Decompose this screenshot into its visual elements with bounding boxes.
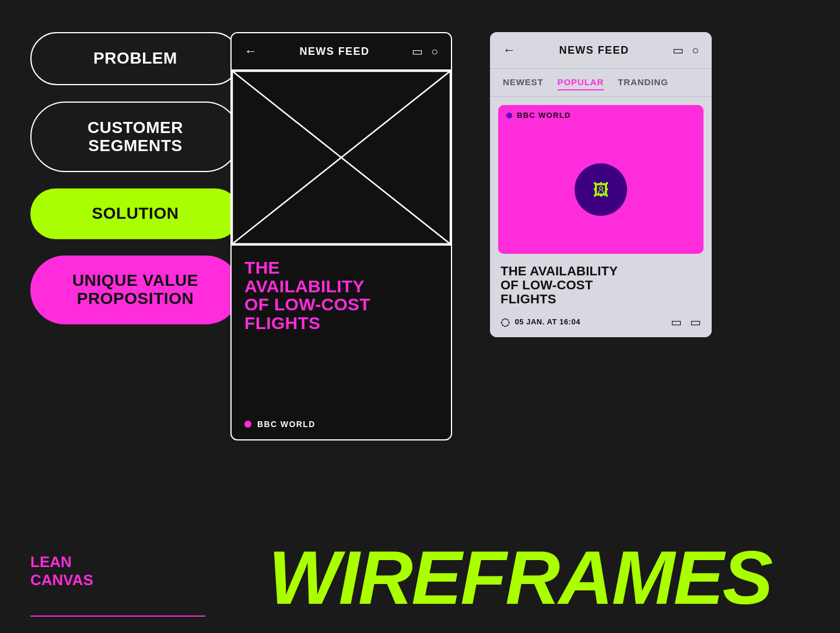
right-phone-title: NEWS FEED bbox=[559, 44, 629, 57]
right-header-icons-group: ▭ ○ bbox=[673, 43, 699, 57]
article-meta: ◌ 05 JAN. AT 16:04 ▭ ▭ bbox=[501, 315, 701, 329]
customer-segments-pill[interactable]: CUSTOMERSEGMENTS bbox=[30, 102, 240, 173]
tab-newest[interactable]: NEWEST bbox=[503, 77, 544, 90]
phone-source-name: BBC WORLD bbox=[257, 419, 316, 429]
phone-image-placeholder bbox=[232, 71, 451, 246]
solution-pill[interactable]: SOLUTION bbox=[30, 188, 240, 239]
unique-value-label: UNIQUE VALUEPROPOSITION bbox=[72, 272, 198, 308]
image-placeholder-circle: 🖼 bbox=[575, 163, 627, 216]
problem-label: PROBLEM bbox=[93, 50, 177, 68]
right-back-arrow-icon[interactable]: ← bbox=[503, 43, 516, 58]
wireframes-label: WIREFRAMES bbox=[230, 540, 810, 615]
unique-value-pill[interactable]: UNIQUE VALUEPROPOSITION bbox=[30, 256, 240, 324]
middle-phone-title: NEWS FEED bbox=[299, 46, 369, 58]
card-source-bar: BBC WORLD bbox=[498, 105, 704, 125]
phone-article-title: THEAVAILABILITYOF LOW-COSTFLIGHTS bbox=[244, 258, 438, 332]
right-phone-header: ← NEWS FEED ▭ ○ bbox=[490, 32, 712, 69]
image-placeholder-icon: 🖼 bbox=[593, 180, 609, 200]
save-icon[interactable]: ▭ bbox=[690, 315, 701, 329]
lean-canvas-label-text: LEANCANVAS bbox=[30, 553, 93, 589]
tab-popular[interactable]: POPULAR bbox=[558, 77, 604, 90]
lean-canvas-line bbox=[30, 615, 205, 617]
article-info-section: THE AVAILABILITYOF LOW-COSTFLIGHTS ◌ 05 … bbox=[490, 254, 712, 337]
wireframes-footer-text: WIREFRAMES bbox=[230, 540, 810, 615]
card-image-area: 🖼 bbox=[498, 125, 704, 254]
lean-canvas-section: LEANCANVAS bbox=[30, 553, 93, 589]
lean-canvas-column: PROBLEM CUSTOMERSEGMENTS SOLUTION UNIQUE… bbox=[30, 32, 240, 324]
clock-icon: ◌ bbox=[501, 316, 510, 328]
problem-pill[interactable]: PROBLEM bbox=[30, 32, 240, 85]
article-timestamp: ◌ 05 JAN. AT 16:04 bbox=[501, 316, 580, 328]
customer-segments-label: CUSTOMERSEGMENTS bbox=[88, 119, 183, 155]
card-source-dot-icon bbox=[506, 113, 512, 118]
back-arrow-icon[interactable]: ← bbox=[244, 44, 257, 59]
timestamp-text: 05 JAN. AT 16:04 bbox=[515, 317, 580, 326]
right-search-icon[interactable]: ○ bbox=[692, 44, 699, 57]
comment-icon[interactable]: ▭ bbox=[671, 315, 682, 329]
phone-source: BBC WORLD bbox=[244, 419, 438, 429]
right-bookmark-icon[interactable]: ▭ bbox=[673, 43, 684, 57]
solution-label: SOLUTION bbox=[92, 205, 178, 223]
middle-phone-header: ← NEWS FEED ▭ ○ bbox=[232, 33, 451, 71]
tab-tranding[interactable]: TRANDING bbox=[618, 77, 668, 90]
phone-content-area: THEAVAILABILITYOF LOW-COSTFLIGHTS BBC WO… bbox=[232, 246, 451, 439]
news-card[interactable]: BBC WORLD 🖼 bbox=[498, 105, 704, 254]
source-dot-icon bbox=[244, 421, 251, 428]
search-icon[interactable]: ○ bbox=[431, 45, 438, 58]
right-phone-wireframe: ← NEWS FEED ▭ ○ NEWEST POPULAR TRANDING … bbox=[490, 32, 712, 337]
tab-bar: NEWEST POPULAR TRANDING bbox=[490, 69, 712, 97]
header-icons-group: ▭ ○ bbox=[412, 44, 438, 58]
meta-actions-group: ▭ ▭ bbox=[671, 315, 701, 329]
bookmark-icon[interactable]: ▭ bbox=[412, 44, 423, 58]
article-title-right: THE AVAILABILITYOF LOW-COSTFLIGHTS bbox=[501, 264, 701, 307]
card-source-name: BBC WORLD bbox=[517, 111, 571, 120]
middle-phone-wireframe: ← NEWS FEED ▭ ○ THEAVAILABILITYOF LOW-CO… bbox=[230, 32, 452, 440]
